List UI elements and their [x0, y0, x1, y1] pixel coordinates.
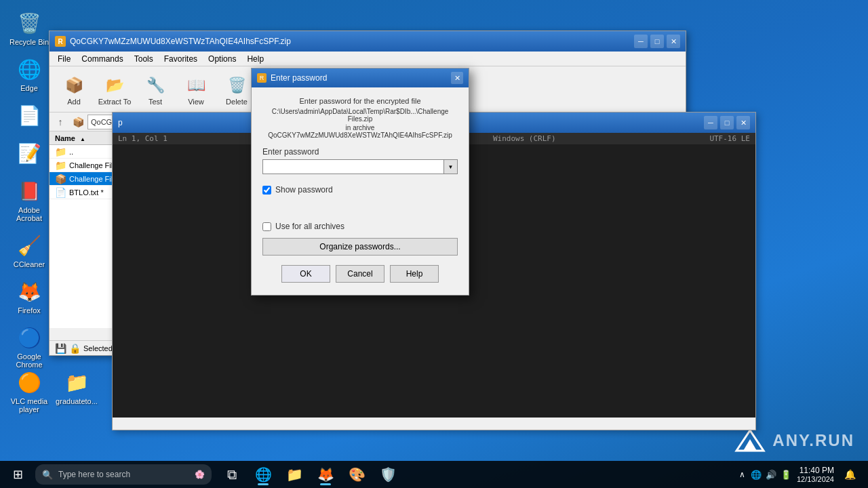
taskbar-clock[interactable]: 11:40 PM 12/13/2024	[797, 466, 834, 483]
desktop-icon-adobe[interactable]: 📕 Adobe Acrobat	[5, 175, 53, 225]
menu-tools[interactable]: Tools	[129, 52, 159, 66]
word-icon: 📝	[16, 140, 43, 167]
desktop-icon-vlc[interactable]: 🟠 VLC media player	[5, 366, 53, 416]
dialog-cancel-button[interactable]: Cancel	[336, 265, 384, 283]
adobe-label: Adobe Acrobat	[8, 206, 50, 222]
editor-minimize-button[interactable]: ─	[704, 116, 717, 129]
desktop-icon-word[interactable]: 📝	[5, 137, 53, 171]
show-password-label: Show password	[275, 185, 333, 195]
taskbar-search-bar[interactable]: 🔍 Type here to search 🌸	[35, 464, 212, 485]
taskbar-pinned-apps: ⧉ 🌐 📁 🦊 🎨 🛡️	[217, 462, 403, 487]
graduateto-label: graduateto...	[56, 397, 98, 405]
add-icon: 📦	[62, 73, 86, 98]
taskbar-shield-app[interactable]: 🛡️	[373, 462, 403, 487]
editor-statusbar-eol: Windows (CRLF)	[493, 134, 556, 143]
menu-options[interactable]: Options	[203, 52, 241, 66]
taskbar-sys-icons: 🌐 🔊 🔋	[751, 470, 791, 480]
search-decoration-icon: 🌸	[195, 470, 205, 479]
dialog-ok-button[interactable]: OK	[281, 265, 330, 283]
edge-label: Edge	[20, 84, 38, 92]
explorer-taskbar-icon: 📁	[286, 466, 303, 483]
desktop-icon-edge[interactable]: 🌐 Edge	[5, 53, 53, 95]
menu-help[interactable]: Help	[241, 52, 269, 66]
desktop-icon-graduateto[interactable]: 📁 graduateto...	[53, 366, 100, 408]
taskbar-task-view-button[interactable]: ⧉	[217, 462, 247, 487]
editor-maximize-button[interactable]: □	[720, 116, 734, 129]
dialog-password-input[interactable]	[262, 159, 444, 174]
recycle-bin-label: Recycle Bin	[9, 38, 49, 46]
winrar-titlebar-left: R QoCGKY7wMZzMUWUd8XeWSTWzTAhQIE4AIhsFcS…	[55, 36, 291, 47]
taskbar-edge-app[interactable]: 🌐	[248, 462, 278, 487]
delete-icon: 🗑️	[224, 73, 249, 98]
shield-app-icon: 🛡️	[380, 466, 397, 483]
winrar-minimize-button[interactable]: ─	[634, 35, 648, 48]
organize-passwords-button[interactable]: Organize passwords...	[262, 238, 458, 256]
winrar-app-icon: R	[55, 36, 66, 47]
editor-statusbar-encoding: UTF-16 LE	[709, 134, 750, 143]
taskbar-colorful-app[interactable]: 🎨	[342, 462, 372, 487]
toolbar-add-button[interactable]: 📦 Add	[55, 70, 93, 109]
password-dialog: R Enter password ✕ Enter password for th…	[251, 68, 469, 296]
status-drive-icons: 💾 🔒	[55, 343, 81, 354]
desktop: 🗑️ Recycle Bin 🌐 Edge 📄 📝 📕 Adobe Acroba…	[0, 0, 868, 488]
toolbar-view-button[interactable]: 📖 View	[177, 70, 215, 109]
start-button[interactable]: ⊞	[3, 462, 33, 487]
desktop-icon-chrome[interactable]: 🔵 Google Chrome	[5, 321, 53, 371]
dialog-info-line3: in archive QoCGKY7wMZzMUWUd8XeWSTWzTAhQI…	[262, 124, 458, 139]
battery-icon[interactable]: 🔋	[781, 470, 791, 480]
toolbar-test-button[interactable]: 🔧 Test	[136, 70, 174, 109]
menu-favorites[interactable]: Favorites	[159, 52, 203, 66]
desktop-icon-recycle-bin[interactable]: 🗑️ Recycle Bin	[5, 7, 53, 49]
toolbar-extract-button[interactable]: 📂 Extract To	[96, 70, 134, 109]
chrome-icon: 🔵	[16, 324, 43, 351]
menu-file[interactable]: File	[52, 52, 76, 66]
anyrun-logo-icon	[733, 427, 767, 454]
winrar-maximize-button[interactable]: □	[650, 35, 664, 48]
chevron-up-icon[interactable]: ∧	[739, 470, 745, 479]
toolbar-delete-button[interactable]: 🗑️ Delete	[218, 70, 256, 109]
dialog-footer: OK Cancel Help	[262, 265, 458, 285]
notification-button[interactable]: 🔔	[840, 462, 860, 487]
use-all-archives-row: Use for all archives	[262, 222, 458, 231]
desktop-icon-document[interactable]: 📄	[5, 99, 53, 133]
ccleaner-label: CCleaner	[14, 260, 45, 268]
address-archive-icon: 📦	[71, 115, 85, 129]
volume-icon[interactable]: 🔊	[766, 470, 776, 480]
taskbar-right-area: ∧ 🌐 🔊 🔋 11:40 PM 12/13/2024 🔔	[739, 462, 865, 487]
taskbar-search-text: Type here to search	[58, 470, 130, 479]
editor-statusbar-position: Ln 1, Col 1	[118, 134, 167, 143]
text-file-icon: 📄	[55, 187, 66, 198]
lock-icon: 🔒	[69, 343, 81, 354]
taskbar-search-icon: 🔍	[42, 470, 53, 480]
folder-up-icon: 📁	[55, 146, 66, 157]
show-password-checkbox[interactable]	[262, 186, 271, 195]
winrar-close-button[interactable]: ✕	[667, 35, 680, 48]
editor-close-button[interactable]: ✕	[736, 116, 750, 129]
dialog-close-button[interactable]: ✕	[451, 72, 463, 84]
test-icon: 🔧	[143, 73, 167, 98]
menu-commands[interactable]: Commands	[76, 52, 128, 66]
taskbar-explorer-app[interactable]: 📁	[279, 462, 309, 487]
dialog-input-dropdown[interactable]: ▼	[444, 159, 458, 174]
notification-icon: 🔔	[844, 469, 856, 480]
sort-arrow-icon: ▲	[80, 136, 85, 142]
desktop-icon-ccleaner[interactable]: 🧹 CCleaner	[5, 229, 53, 271]
edge-icon: 🌐	[16, 56, 43, 83]
network-icon[interactable]: 🌐	[751, 470, 762, 480]
dialog-password-label: Enter password	[262, 147, 458, 157]
use-all-archives-checkbox[interactable]	[262, 222, 271, 231]
anyrun-watermark: ANY.RUN	[733, 427, 854, 454]
extract-label: Extract To	[98, 98, 132, 106]
taskbar-firefox-app[interactable]: 🦊	[311, 462, 340, 487]
desktop-icon-firefox[interactable]: 🦊 Firefox	[5, 275, 53, 317]
folder-icon: 📁	[55, 160, 66, 171]
use-all-archives-label: Use for all archives	[275, 222, 344, 231]
dialog-help-button[interactable]: Help	[390, 265, 439, 283]
winrar-titlebar: R QoCGKY7wMZzMUWUd8XeWSTWzTAhQIE4AIhsFcS…	[50, 31, 686, 52]
vlc-label: VLC media player	[8, 397, 50, 413]
show-password-row: Show password	[262, 185, 458, 195]
editor-titlebar-buttons: ─ □ ✕	[704, 116, 750, 129]
colorful-app-icon: 🎨	[349, 466, 366, 483]
address-back-button[interactable]: ↑	[52, 114, 68, 130]
svg-marker-1	[743, 439, 757, 451]
